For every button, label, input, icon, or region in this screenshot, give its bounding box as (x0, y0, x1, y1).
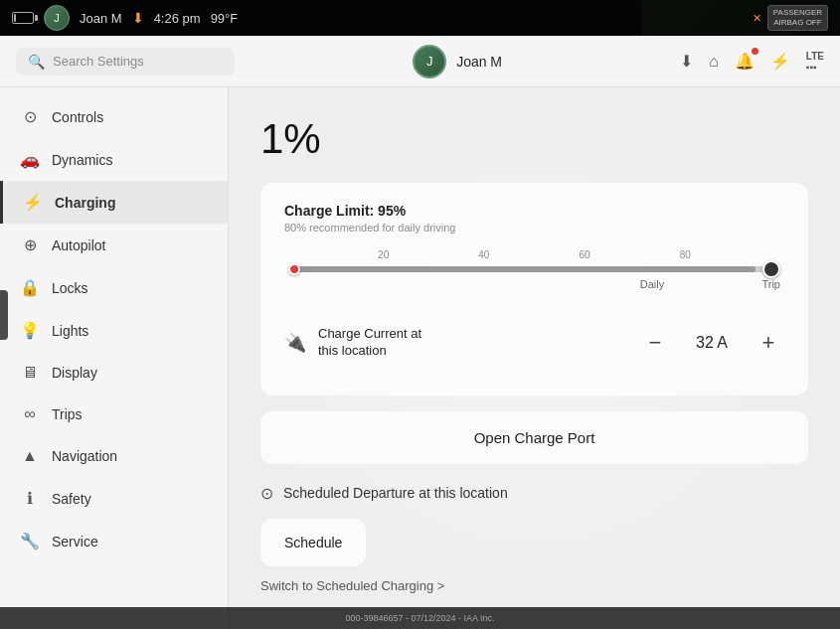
sidebar-item-locks[interactable]: 🔒 Locks (0, 266, 228, 309)
notification-badge (752, 48, 758, 55)
sidebar-item-autopilot-label: Autopilot (52, 237, 105, 253)
sidebar: ⊙ Controls 🚗 Dynamics ⚡ Charging ⊕ Autop… (0, 87, 229, 629)
sidebar-item-autopilot[interactable]: ⊕ Autopilot (0, 224, 228, 266)
sidebar-item-service[interactable]: 🔧 Service (0, 520, 228, 562)
battery-icon (12, 12, 34, 24)
scale-label-80: 80 (680, 249, 691, 260)
left-edge-button[interactable] (0, 290, 8, 340)
lte-indicator: LTE▪▪▪ (806, 51, 824, 73)
sidebar-item-navigation-label: Navigation (52, 448, 117, 464)
sidebar-item-trips[interactable]: ∞ Trips (0, 393, 228, 435)
charge-limit-title: Charge Limit: 95% (284, 203, 784, 219)
display-icon: 🖥 (20, 364, 40, 382)
sidebar-item-locks-label: Locks (52, 280, 88, 296)
increment-current-button[interactable]: + (753, 327, 784, 359)
charge-current-controls: − 32 A + (639, 327, 784, 359)
sidebar-item-dynamics[interactable]: 🚗 Dynamics (0, 138, 228, 181)
main-container: 🔍 Search Settings J Joan M ⬇ ⌂ 🔔 ⚡ LTE▪▪… (0, 36, 840, 629)
scheduled-departure-label: Scheduled Departure at this location (283, 485, 508, 501)
bell-icon[interactable]: 🔔 (735, 52, 755, 71)
current-value: 32 A (687, 334, 737, 352)
scale-label-40: 40 (478, 249, 489, 260)
slider-fill (288, 266, 756, 272)
charge-limit-card: Charge Limit: 95% 80% recommended for da… (260, 183, 808, 395)
battery-percentage: 1% (260, 115, 808, 163)
scale-label-60: 60 (580, 249, 590, 260)
sidebar-item-safety[interactable]: ℹ Safety (0, 477, 228, 520)
slider-track (288, 266, 780, 272)
slider-labels: Daily Trip (284, 278, 784, 290)
plug-icon: 🔌 (284, 332, 306, 354)
safety-icon: ℹ (20, 489, 40, 508)
charge-limit-slider[interactable]: 20 40 60 80 Daily Trip (284, 249, 784, 290)
sidebar-item-navigation[interactable]: ▲ Navigation (0, 435, 228, 477)
charge-current-label: Charge Current atthis location (318, 326, 639, 360)
status-bar: J Joan M ⬇ 4:26 pm 99°F ✕ PASSENGERAIRBA… (0, 0, 840, 36)
sidebar-item-display-label: Display (52, 365, 97, 381)
footer-text: 000-39846657 - 07/12/2024 - IAA Inc. (345, 613, 494, 623)
content-body: ⊙ Controls 🚗 Dynamics ⚡ Charging ⊕ Autop… (0, 87, 840, 629)
sidebar-item-service-label: Service (52, 534, 98, 550)
trips-icon: ∞ (20, 405, 40, 423)
sidebar-item-safety-label: Safety (52, 491, 91, 507)
scheduled-departure-row: ⊙ Scheduled Departure at this location (260, 484, 808, 503)
dynamics-icon: 🚗 (20, 150, 40, 169)
bluetooth-icon[interactable]: ⚡ (770, 52, 790, 71)
daily-label: Daily (284, 278, 722, 290)
download-icon: ⬇ (132, 10, 144, 26)
sidebar-item-lights[interactable]: 💡 Lights (0, 309, 228, 352)
sidebar-item-trips-label: Trips (52, 406, 83, 422)
current-number: 32 (696, 334, 714, 351)
decrement-current-button[interactable]: − (639, 327, 671, 359)
sidebar-item-charging-label: Charging (55, 195, 115, 211)
main-panel: 1% Charge Limit: 95% 80% recommended for… (229, 87, 840, 629)
header-icons: ⬇ ⌂ 🔔 ⚡ LTE▪▪▪ (680, 51, 824, 73)
header-username: Joan M (456, 54, 502, 70)
search-icon: 🔍 (28, 54, 45, 70)
status-time: 4:26 pm (154, 11, 201, 26)
open-charge-port-button[interactable]: Open Charge Port (260, 411, 808, 464)
controls-icon: ⊙ (20, 107, 40, 126)
sidebar-item-controls[interactable]: ⊙ Controls (0, 95, 228, 138)
slider-thumb-start[interactable] (288, 263, 300, 275)
header-center: J Joan M (251, 45, 664, 79)
current-unit: A (717, 334, 728, 351)
sidebar-item-lights-label: Lights (52, 323, 88, 339)
sidebar-item-controls-label: Controls (52, 109, 103, 125)
search-box[interactable]: 🔍 Search Settings (16, 48, 235, 76)
status-bar-right: ✕ PASSENGERAIRBAG OFF (753, 5, 828, 32)
charge-current-row: 🔌 Charge Current atthis location − 32 A … (284, 310, 784, 376)
service-icon: 🔧 (20, 532, 40, 550)
sidebar-item-display[interactable]: 🖥 Display (0, 352, 228, 393)
passenger-airbag-badge: PASSENGERAIRBAG OFF (767, 5, 828, 32)
header-avatar: J (413, 45, 446, 79)
avatar-small: J (44, 5, 70, 31)
status-username: Joan M (80, 11, 122, 26)
download-header-icon[interactable]: ⬇ (680, 52, 693, 71)
switch-charging-link[interactable]: Switch to Scheduled Charging > (260, 578, 808, 593)
status-temperature: 99°F (211, 11, 239, 26)
clock-icon: ⊙ (260, 484, 273, 503)
footer-bar: 000-39846657 - 07/12/2024 - IAA Inc. (0, 607, 840, 629)
secondary-header: 🔍 Search Settings J Joan M ⬇ ⌂ 🔔 ⚡ LTE▪▪… (0, 36, 840, 87)
charge-limit-subtitle: 80% recommended for daily driving (284, 222, 784, 234)
charging-icon: ⚡ (23, 193, 43, 212)
scale-label-20: 20 (378, 249, 389, 260)
sidebar-item-dynamics-label: Dynamics (52, 152, 112, 168)
slider-scale: 20 40 60 80 (284, 249, 784, 260)
status-bar-left: J Joan M ⬇ 4:26 pm 99°F (12, 5, 741, 31)
sidebar-item-charging[interactable]: ⚡ Charging (0, 181, 228, 224)
home-icon[interactable]: ⌂ (709, 53, 719, 71)
slider-thumb-end[interactable] (762, 260, 780, 278)
schedule-button[interactable]: Schedule (260, 519, 366, 566)
trip-label: Trip (761, 278, 780, 290)
airbag-icon: ✕ (753, 12, 761, 25)
lights-icon: 💡 (20, 321, 40, 340)
lock-icon: 🔒 (20, 278, 40, 297)
search-placeholder-text: Search Settings (53, 54, 144, 69)
autopilot-icon: ⊕ (20, 236, 40, 254)
navigation-icon: ▲ (20, 447, 40, 465)
